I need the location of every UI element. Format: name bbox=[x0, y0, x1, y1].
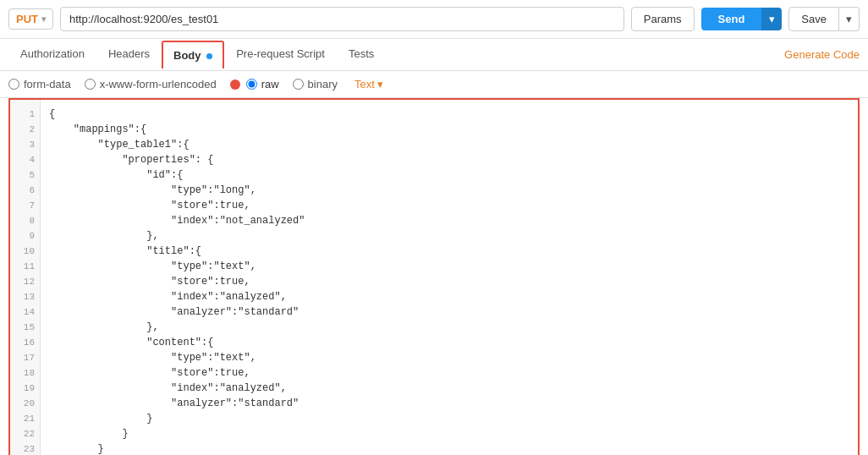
method-selector[interactable]: PUT ▾ bbox=[8, 8, 53, 30]
raw-option[interactable]: raw bbox=[230, 78, 279, 90]
tab-body[interactable]: Body bbox=[162, 41, 224, 69]
send-dropdown-button[interactable]: ▾ bbox=[761, 8, 782, 30]
toolbar: PUT ▾ Params Send ▾ Save ▾ bbox=[0, 0, 868, 39]
text-chevron-icon: ▾ bbox=[377, 78, 383, 90]
tab-pre-request[interactable]: Pre-request Script bbox=[224, 39, 337, 70]
send-group: Send ▾ bbox=[701, 8, 783, 30]
method-label: PUT bbox=[16, 13, 38, 25]
url-encoded-option[interactable]: x-www-form-urlencoded bbox=[85, 78, 217, 90]
tab-headers[interactable]: Headers bbox=[96, 39, 162, 70]
save-group: Save ▾ bbox=[788, 7, 860, 31]
generate-code-link[interactable]: Generate Code bbox=[784, 40, 860, 69]
url-input[interactable] bbox=[60, 7, 624, 31]
raw-dot-icon bbox=[230, 79, 240, 90]
tab-authorization[interactable]: Authorization bbox=[8, 39, 96, 70]
method-chevron-icon: ▾ bbox=[41, 14, 46, 24]
body-tab-dot bbox=[206, 53, 212, 59]
binary-option[interactable]: binary bbox=[293, 78, 338, 90]
code-content[interactable]: { "mappings":{ "type_table1":{ "properti… bbox=[41, 100, 858, 455]
text-type-dropdown[interactable]: Text ▾ bbox=[354, 78, 383, 90]
line-numbers: 1234567891011121314151617181920212223242… bbox=[10, 100, 41, 455]
save-button[interactable]: Save bbox=[788, 7, 839, 31]
code-editor[interactable]: 1234567891011121314151617181920212223242… bbox=[8, 98, 860, 455]
body-options-row: form-data x-www-form-urlencoded raw bina… bbox=[0, 71, 868, 98]
send-button[interactable]: Send bbox=[701, 8, 762, 30]
form-data-option[interactable]: form-data bbox=[8, 78, 71, 90]
tab-tests[interactable]: Tests bbox=[337, 39, 386, 70]
params-button[interactable]: Params bbox=[631, 7, 695, 31]
tabs-row: Authorization Headers Body Pre-request S… bbox=[0, 39, 868, 71]
save-dropdown-button[interactable]: ▾ bbox=[839, 7, 860, 31]
